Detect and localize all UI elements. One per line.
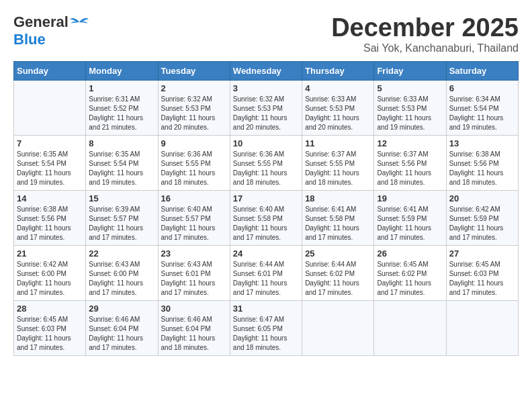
week-row-3: 14Sunrise: 6:38 AM Sunset: 5:56 PM Dayli… bbox=[14, 191, 519, 246]
calendar-cell bbox=[14, 81, 86, 136]
day-number: 22 bbox=[89, 248, 154, 259]
calendar-cell: 23Sunrise: 6:43 AM Sunset: 6:01 PM Dayli… bbox=[158, 246, 230, 301]
day-number: 29 bbox=[89, 304, 154, 314]
day-number: 8 bbox=[89, 138, 154, 148]
day-number: 19 bbox=[377, 193, 443, 203]
day-info: Sunrise: 6:45 AM Sunset: 6:02 PM Dayligh… bbox=[377, 260, 443, 298]
day-info: Sunrise: 6:47 AM Sunset: 6:05 PM Dayligh… bbox=[233, 315, 299, 353]
day-info: Sunrise: 6:38 AM Sunset: 5:56 PM Dayligh… bbox=[17, 205, 83, 242]
calendar-cell: 1Sunrise: 6:31 AM Sunset: 5:52 PM Daylig… bbox=[86, 81, 158, 136]
day-number: 2 bbox=[161, 83, 227, 93]
calendar-cell: 14Sunrise: 6:38 AM Sunset: 5:56 PM Dayli… bbox=[14, 191, 86, 246]
calendar-cell: 28Sunrise: 6:45 AM Sunset: 6:03 PM Dayli… bbox=[14, 301, 86, 356]
calendar-cell: 17Sunrise: 6:40 AM Sunset: 5:58 PM Dayli… bbox=[230, 191, 302, 246]
calendar-cell: 16Sunrise: 6:40 AM Sunset: 5:57 PM Dayli… bbox=[158, 191, 230, 246]
day-info: Sunrise: 6:42 AM Sunset: 6:00 PM Dayligh… bbox=[17, 260, 83, 298]
calendar-cell: 4Sunrise: 6:33 AM Sunset: 5:53 PM Daylig… bbox=[302, 81, 374, 136]
day-info: Sunrise: 6:39 AM Sunset: 5:57 PM Dayligh… bbox=[89, 205, 154, 242]
day-number: 6 bbox=[449, 83, 515, 93]
day-number: 27 bbox=[449, 248, 515, 259]
location-title: Sai Yok, Kanchanaburi, Thailand bbox=[331, 42, 519, 54]
calendar-cell bbox=[302, 301, 374, 356]
weekday-header-friday: Friday bbox=[374, 62, 446, 81]
day-info: Sunrise: 6:44 AM Sunset: 6:02 PM Dayligh… bbox=[305, 260, 371, 298]
day-info: Sunrise: 6:32 AM Sunset: 5:53 PM Dayligh… bbox=[233, 95, 299, 132]
day-number: 10 bbox=[233, 138, 299, 148]
calendar-cell: 15Sunrise: 6:39 AM Sunset: 5:57 PM Dayli… bbox=[86, 191, 158, 246]
calendar-table: SundayMondayTuesdayWednesdayThursdayFrid… bbox=[13, 61, 519, 356]
calendar-cell: 9Sunrise: 6:36 AM Sunset: 5:55 PM Daylig… bbox=[158, 136, 230, 191]
day-info: Sunrise: 6:35 AM Sunset: 5:54 PM Dayligh… bbox=[17, 150, 83, 187]
calendar-cell: 20Sunrise: 6:42 AM Sunset: 5:59 PM Dayli… bbox=[446, 191, 518, 246]
day-info: Sunrise: 6:37 AM Sunset: 5:56 PM Dayligh… bbox=[377, 150, 443, 187]
weekday-header-monday: Monday bbox=[86, 62, 158, 81]
day-number: 24 bbox=[233, 248, 299, 259]
calendar-cell: 8Sunrise: 6:35 AM Sunset: 5:54 PM Daylig… bbox=[86, 136, 158, 191]
weekday-header-sunday: Sunday bbox=[14, 62, 86, 81]
day-number: 11 bbox=[305, 138, 371, 148]
calendar-cell: 3Sunrise: 6:32 AM Sunset: 5:53 PM Daylig… bbox=[230, 81, 302, 136]
day-info: Sunrise: 6:42 AM Sunset: 5:59 PM Dayligh… bbox=[449, 205, 515, 242]
weekday-header-tuesday: Tuesday bbox=[158, 62, 230, 81]
calendar-cell: 6Sunrise: 6:34 AM Sunset: 5:54 PM Daylig… bbox=[446, 81, 518, 136]
weekday-header-wednesday: Wednesday bbox=[230, 62, 302, 81]
day-number: 14 bbox=[17, 193, 83, 203]
page-header: General Blue December 2025 Sai Yok, Kanc… bbox=[13, 13, 519, 54]
day-number: 12 bbox=[377, 138, 443, 148]
week-row-5: 28Sunrise: 6:45 AM Sunset: 6:03 PM Dayli… bbox=[14, 301, 519, 356]
day-number: 16 bbox=[161, 193, 227, 203]
day-info: Sunrise: 6:31 AM Sunset: 5:52 PM Dayligh… bbox=[89, 95, 154, 132]
day-info: Sunrise: 6:32 AM Sunset: 5:53 PM Dayligh… bbox=[161, 95, 227, 132]
day-number: 23 bbox=[161, 248, 227, 259]
day-number: 15 bbox=[89, 193, 154, 203]
day-number: 1 bbox=[89, 83, 154, 93]
calendar-cell bbox=[374, 301, 446, 356]
calendar-cell: 29Sunrise: 6:46 AM Sunset: 6:04 PM Dayli… bbox=[86, 301, 158, 356]
month-title: December 2025 bbox=[331, 13, 519, 42]
day-info: Sunrise: 6:43 AM Sunset: 6:01 PM Dayligh… bbox=[161, 260, 227, 298]
week-row-1: 1Sunrise: 6:31 AM Sunset: 5:52 PM Daylig… bbox=[14, 81, 519, 136]
day-number: 25 bbox=[305, 248, 371, 259]
week-row-2: 7Sunrise: 6:35 AM Sunset: 5:54 PM Daylig… bbox=[14, 136, 519, 191]
day-number: 7 bbox=[17, 138, 83, 148]
logo-bird-icon bbox=[70, 15, 89, 29]
logo-blue: Blue bbox=[13, 31, 46, 48]
calendar-cell: 21Sunrise: 6:42 AM Sunset: 6:00 PM Dayli… bbox=[14, 246, 86, 301]
day-info: Sunrise: 6:33 AM Sunset: 5:53 PM Dayligh… bbox=[377, 95, 443, 132]
day-number: 20 bbox=[449, 193, 515, 203]
day-info: Sunrise: 6:37 AM Sunset: 5:55 PM Dayligh… bbox=[305, 150, 371, 187]
day-info: Sunrise: 6:36 AM Sunset: 5:55 PM Dayligh… bbox=[233, 150, 299, 187]
day-info: Sunrise: 6:41 AM Sunset: 5:58 PM Dayligh… bbox=[305, 205, 371, 242]
calendar-cell: 24Sunrise: 6:44 AM Sunset: 6:01 PM Dayli… bbox=[230, 246, 302, 301]
day-info: Sunrise: 6:43 AM Sunset: 6:00 PM Dayligh… bbox=[89, 260, 154, 298]
day-info: Sunrise: 6:35 AM Sunset: 5:54 PM Dayligh… bbox=[89, 150, 154, 187]
weekday-header-thursday: Thursday bbox=[302, 62, 374, 81]
calendar-cell: 7Sunrise: 6:35 AM Sunset: 5:54 PM Daylig… bbox=[14, 136, 86, 191]
day-number: 4 bbox=[305, 83, 371, 93]
weekday-header-saturday: Saturday bbox=[446, 62, 518, 81]
logo-general: General bbox=[13, 13, 69, 31]
day-info: Sunrise: 6:45 AM Sunset: 6:03 PM Dayligh… bbox=[17, 315, 83, 353]
day-info: Sunrise: 6:46 AM Sunset: 6:04 PM Dayligh… bbox=[89, 315, 154, 353]
calendar-cell: 11Sunrise: 6:37 AM Sunset: 5:55 PM Dayli… bbox=[302, 136, 374, 191]
day-info: Sunrise: 6:41 AM Sunset: 5:59 PM Dayligh… bbox=[377, 205, 443, 242]
day-number: 9 bbox=[161, 138, 227, 148]
week-row-4: 21Sunrise: 6:42 AM Sunset: 6:00 PM Dayli… bbox=[14, 246, 519, 301]
day-number: 18 bbox=[305, 193, 371, 203]
day-number: 21 bbox=[17, 248, 83, 259]
calendar-cell: 12Sunrise: 6:37 AM Sunset: 5:56 PM Dayli… bbox=[374, 136, 446, 191]
day-info: Sunrise: 6:45 AM Sunset: 6:03 PM Dayligh… bbox=[449, 260, 515, 298]
day-info: Sunrise: 6:46 AM Sunset: 6:04 PM Dayligh… bbox=[161, 315, 227, 353]
day-number: 13 bbox=[449, 138, 515, 148]
day-number: 31 bbox=[233, 304, 299, 314]
calendar-cell: 13Sunrise: 6:38 AM Sunset: 5:56 PM Dayli… bbox=[446, 136, 518, 191]
day-number: 17 bbox=[233, 193, 299, 203]
day-info: Sunrise: 6:40 AM Sunset: 5:58 PM Dayligh… bbox=[233, 205, 299, 242]
logo: General Blue bbox=[13, 13, 89, 48]
day-number: 28 bbox=[17, 304, 83, 314]
day-number: 26 bbox=[377, 248, 443, 259]
calendar-cell: 22Sunrise: 6:43 AM Sunset: 6:00 PM Dayli… bbox=[86, 246, 158, 301]
title-block: December 2025 Sai Yok, Kanchanaburi, Tha… bbox=[331, 13, 519, 54]
day-info: Sunrise: 6:44 AM Sunset: 6:01 PM Dayligh… bbox=[233, 260, 299, 298]
day-number: 30 bbox=[161, 304, 227, 314]
